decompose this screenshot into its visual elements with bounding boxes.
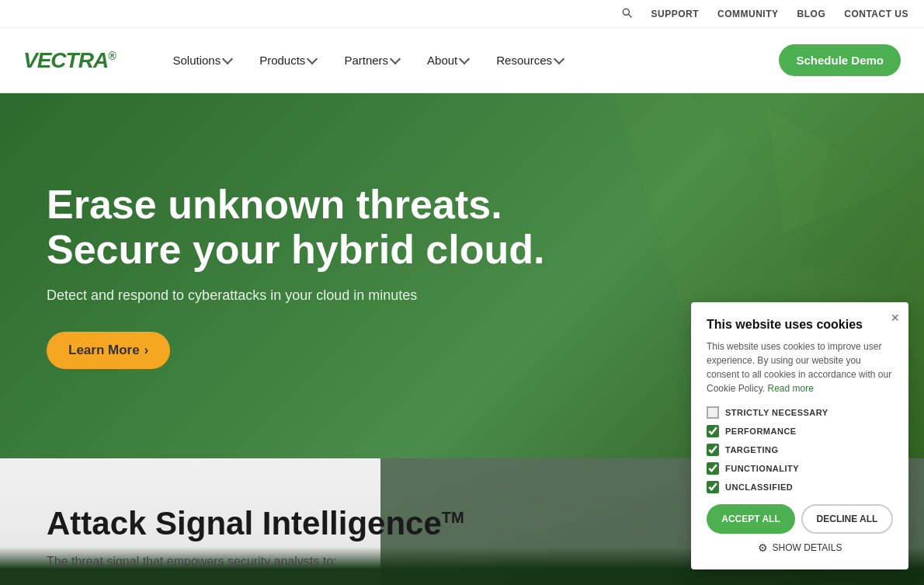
learn-more-button[interactable]: Learn More › [47,332,170,369]
cookie-close-button[interactable]: × [891,310,899,326]
hero-content: Erase unknown threats. Secure your hybri… [47,183,544,368]
cookie-title: This website uses cookies [707,318,893,332]
cookie-option-unclassified: UNCLASSIFIED [707,481,893,493]
cookie-text: This website uses cookies to improve use… [707,340,893,395]
nav-item-about[interactable]: About [416,47,479,73]
cookie-modal: × This website uses cookies This website… [691,302,908,569]
search-icon[interactable] [620,6,633,22]
contact-link[interactable]: CONTACT US [844,9,908,19]
hero-title: Erase unknown threats. Secure your hybri… [47,183,544,271]
accept-all-button[interactable]: ACCEPT ALL [707,504,795,534]
show-details-label: SHOW DETAILS [773,542,842,553]
chevron-down-icon [390,54,401,64]
read-more-link[interactable]: Read more [767,383,813,394]
nav-item-partners[interactable]: Partners [333,47,410,73]
unclassified-label: UNCLASSIFIED [725,482,793,492]
nav-item-solutions[interactable]: Solutions [162,47,242,73]
nav-item-resources[interactable]: Resources [485,47,574,73]
performance-checkbox[interactable] [707,425,719,437]
cookie-option-performance: PERFORMANCE [707,425,893,437]
decline-all-button[interactable]: DECLINE ALL [801,504,893,534]
cookie-option-functionality: FUNCTIONALITY [707,462,893,475]
strictly-necessary-checkbox [707,406,719,419]
cookie-option-strictly-necessary: STRICTLY NECESSARY [707,406,893,419]
chevron-down-icon [222,54,233,64]
nav-links: Solutions Products Partners About Resour… [162,47,779,73]
logo[interactable]: VECTRA® [23,48,115,73]
arrow-icon: › [144,343,148,357]
chevron-down-icon [459,54,470,64]
targeting-checkbox[interactable] [707,444,719,456]
show-details-row[interactable]: ⚙ SHOW DETAILS [707,541,893,554]
cookie-option-targeting: TARGETING [707,444,893,456]
gear-icon: ⚙ [758,541,768,554]
schedule-demo-button[interactable]: Schedule Demo [779,44,901,76]
cookie-buttons: ACCEPT ALL DECLINE ALL [707,504,893,534]
chevron-down-icon [307,54,318,64]
performance-label: PERFORMANCE [725,427,797,436]
main-nav: VECTRA® Solutions Products Partners Abou… [0,28,924,93]
top-bar: SUPPORT COMMUNITY BLOG CONTACT US [0,0,924,28]
nav-item-products[interactable]: Products [248,47,327,73]
strictly-necessary-label: STRICTLY NECESSARY [725,408,828,417]
community-link[interactable]: COMMUNITY [717,9,779,19]
chevron-down-icon [554,54,564,64]
hero-subtitle: Detect and respond to cyberattacks in yo… [47,287,544,304]
cookie-options: STRICTLY NECESSARY PERFORMANCE TARGETING… [707,406,893,493]
blog-link[interactable]: BLOG [797,9,826,19]
unclassified-checkbox[interactable] [707,481,719,493]
targeting-label: TARGETING [725,445,778,454]
support-link[interactable]: SUPPORT [651,9,700,19]
functionality-checkbox[interactable] [707,462,719,475]
functionality-label: FUNCTIONALITY [725,464,799,473]
